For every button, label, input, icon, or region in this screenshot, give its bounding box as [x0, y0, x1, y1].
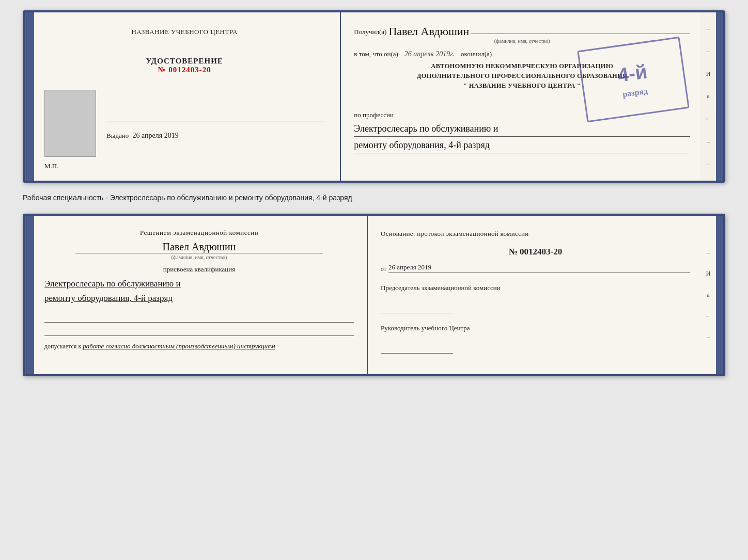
- ot-line: от 26 апреля 2019: [381, 263, 690, 273]
- dopusk-text: работе согласно должностным (производств…: [83, 342, 275, 350]
- underline-name: [75, 253, 323, 253]
- qualif-line1: Электрослесарь по обслуживанию и: [44, 277, 354, 292]
- dash-line: [471, 34, 690, 34]
- podpis-block: Председатель экзаменационной комиссии Ру…: [381, 283, 690, 354]
- name-block: Павел Авдюшин (фамилия, имя, отчество): [44, 241, 354, 260]
- predsedatel-label: Председатель экзаменационной комиссии: [381, 283, 690, 293]
- bottom-right-deco: – – И а ← – –: [700, 216, 716, 375]
- blank-line-1: [44, 311, 354, 323]
- udost-title: УДОСТОВЕРЕНИЕ: [44, 57, 324, 66]
- poluchil-line: Получил(а) Павел Авдюшин: [354, 23, 690, 36]
- bottom-certificate-book: Решением экзаменационной комиссии Павел …: [23, 214, 725, 377]
- left-spine: [25, 12, 34, 181]
- top-left-page: НАЗВАНИЕ УЧЕБНОГО ЦЕНТРА УДОСТОВЕРЕНИЕ №…: [34, 12, 341, 181]
- blank-lines: [44, 311, 354, 336]
- qualif-line2: ремонту оборудования, 4-й разряд: [44, 291, 354, 306]
- photo-placeholder: [44, 90, 96, 157]
- recipient-name: Павел Авдюшин: [388, 25, 469, 38]
- vtom-label: в том, что он(а): [354, 50, 398, 58]
- profession-line1: Электрослесарь по обслуживанию и: [354, 121, 690, 137]
- bottom-right-page: Основание: протокол экзаменационной коми…: [368, 216, 700, 375]
- photo-block: Выдано 26 апреля 2019: [44, 90, 324, 157]
- stamp-overlay: 4-й разряд: [577, 37, 690, 122]
- vydano-date: 26 апреля 2019: [133, 132, 179, 139]
- vydano-line: Выдано 26 апреля 2019: [106, 132, 324, 140]
- blank-line-2: [44, 325, 354, 336]
- ot-date: 26 апреля 2019: [388, 263, 690, 273]
- stamp-big-number: 4-й: [616, 58, 649, 90]
- okoncil-label: окончил(а): [461, 50, 492, 58]
- bottom-left-spine: [25, 216, 34, 375]
- top-certificate-book: НАЗВАНИЕ УЧЕБНОГО ЦЕНТРА УДОСТОВЕРЕНИЕ №…: [23, 10, 725, 183]
- date-text: 26 апреля 2019г.: [404, 50, 455, 58]
- qualif-block: Электрослесарь по обслуживанию и ремонту…: [44, 277, 354, 307]
- right-deco: – – И а ← – –: [700, 12, 716, 181]
- right-spine: [716, 12, 723, 181]
- top-right-page: Получил(а) Павел Авдюшин (фамилия, имя, …: [341, 12, 700, 181]
- bottom-left-page: Решением экзаменационной комиссии Павел …: [34, 216, 368, 375]
- prisvoena-text: присвоена квалификация: [44, 265, 354, 274]
- poluchil-label: Получил(а): [354, 28, 386, 36]
- dopusk-label: допускается к: [44, 343, 81, 350]
- separator-label: Рабочая специальность - Электрослесарь п…: [23, 193, 725, 203]
- protocol-number: № 0012403-20: [381, 247, 690, 257]
- po-professii-block: по профессии Электрослесарь по обслужива…: [354, 111, 690, 153]
- udost-block: УДОСТОВЕРЕНИЕ № 0012403-20: [44, 57, 324, 74]
- profession-line2: ремонту оборудования, 4-й разряд: [354, 138, 690, 153]
- osnovanie-text: Основание: протокол экзаменационной коми…: [381, 229, 690, 239]
- separator-text: Рабочая специальность - Электрослесарь п…: [23, 191, 725, 205]
- ot-label: от: [381, 265, 386, 273]
- bottom-right-spine: [716, 216, 723, 375]
- udost-number: № 0012403-20: [44, 66, 324, 74]
- vydano-label: Выдано: [106, 132, 129, 139]
- predsedatel-signature-line: [381, 303, 453, 313]
- mp-label: М.П.: [44, 162, 324, 170]
- dopuskaetsya-block: допускается к работе согласно должностны…: [44, 342, 354, 350]
- fio-sub-bottom: (фамилия, имя, отчество): [44, 254, 354, 260]
- center-label: НАЗВАНИЕ УЧЕБНОГО ЦЕНТРА: [44, 28, 324, 36]
- bottom-name: Павел Авдюшин: [44, 241, 354, 253]
- resheniyem-title: Решением экзаменационной комиссии: [44, 229, 354, 237]
- rukovoditel-label: Руководитель учебного Центра: [381, 324, 690, 333]
- rukovoditel-signature-line: [381, 343, 453, 354]
